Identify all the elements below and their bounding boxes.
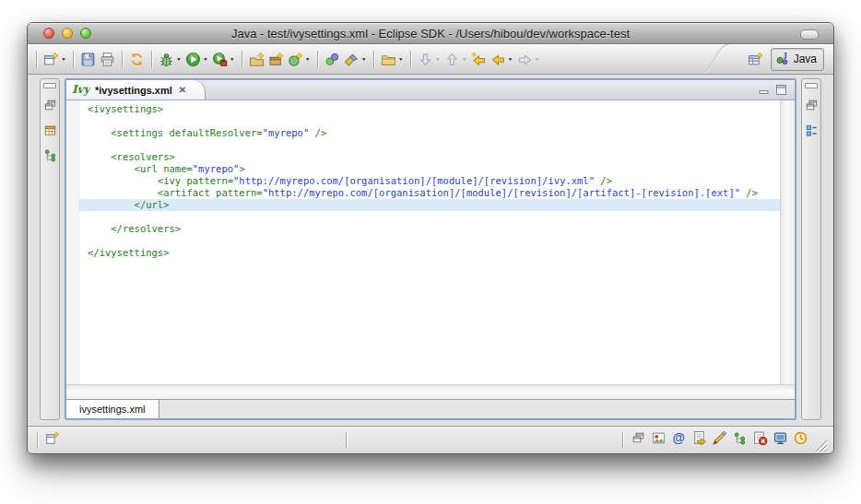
perspective-switcher: J Java (746, 48, 826, 71)
search-button[interactable]: ▼ (342, 48, 369, 70)
open-perspective-button[interactable] (746, 48, 765, 70)
type-hierarchy-button[interactable] (41, 148, 58, 165)
statusbar-separator (37, 432, 38, 449)
right-trim-handle[interactable] (805, 83, 818, 88)
package-explorer-icon (43, 123, 57, 141)
code-editor[interactable]: <ivysettings> <settings defaultResolver=… (79, 100, 780, 384)
new-class-icon (288, 52, 303, 67)
next-annotation-icon (418, 52, 433, 67)
show-view-as-fast-view-button[interactable] (43, 431, 61, 449)
previous-annotation-button[interactable]: ▼ (442, 48, 469, 70)
previous-annotation-menu-caret[interactable]: ▼ (462, 57, 467, 62)
open-resource-button[interactable]: ▼ (379, 48, 406, 70)
editor-page-tabs: ivysettings.xml (66, 399, 795, 418)
back-menu-caret[interactable]: ▼ (508, 57, 513, 62)
new-class-menu-caret[interactable]: ▼ (305, 57, 311, 62)
code-line[interactable] (88, 139, 780, 151)
debug-button[interactable]: ▼ (157, 48, 183, 70)
horizontal-scrollbar[interactable] (66, 384, 795, 399)
code-line[interactable]: <artifact pattern="http://myrepo.com/[or… (88, 187, 780, 199)
fast-view-bar: @ (627, 431, 812, 449)
restore-views-button-right[interactable] (803, 99, 820, 115)
refresh-button[interactable] (127, 48, 147, 70)
code-line[interactable]: </ivysettings> (88, 247, 780, 259)
statusbar-separator (622, 432, 623, 449)
code-line[interactable]: <ivysettings> (88, 103, 780, 115)
package-explorer-button[interactable] (41, 123, 58, 140)
outline-view-button[interactable] (803, 123, 820, 140)
forward-menu-caret[interactable]: ▼ (535, 57, 540, 62)
code-line[interactable]: </url> (79, 199, 780, 211)
page-tab-ivysettings[interactable]: ivysettings.xml (66, 400, 159, 418)
back-arrow-icon (490, 52, 506, 67)
code-line[interactable]: </resolvers> (88, 223, 780, 235)
new-package-button[interactable] (266, 48, 286, 70)
ivy-console-button[interactable] (711, 431, 728, 449)
debug-icon (159, 52, 174, 67)
code-line[interactable]: <ivy pattern="http://myrepo.com/[organis… (88, 175, 780, 187)
new-java-project-button[interactable] (247, 48, 266, 70)
toolbar-separator (151, 51, 152, 68)
external-tools-button[interactable]: ▼ (210, 48, 237, 70)
editor-tab-ivysettings[interactable]: Ivy *ivysettings.xml ✕ (66, 80, 206, 100)
code-line[interactable] (88, 115, 780, 127)
run-menu-caret[interactable]: ▼ (203, 57, 208, 62)
debug-menu-caret[interactable]: ▼ (176, 57, 182, 62)
new-java-project-icon (249, 52, 265, 67)
close-button[interactable] (43, 28, 54, 39)
declaration-view-button[interactable] (690, 431, 708, 449)
tab-close-icon[interactable]: ✕ (177, 85, 188, 96)
minimize-button[interactable] (62, 28, 73, 39)
window-title: Java - test/ivysettings.xml - Eclipse SD… (231, 27, 630, 41)
forward-arrow-icon (517, 52, 533, 67)
zoom-button[interactable] (80, 28, 91, 39)
annotation-ruler[interactable] (66, 100, 79, 384)
toolbar-separator (122, 51, 123, 68)
open-type-button[interactable] (323, 48, 342, 70)
save-button[interactable] (78, 48, 98, 70)
hierarchy-view-button[interactable] (731, 431, 749, 449)
restore-panes-icon (631, 431, 645, 449)
external-tools-menu-caret[interactable]: ▼ (230, 57, 235, 62)
next-annotation-button[interactable]: ▼ (416, 48, 442, 70)
print-button[interactable] (98, 48, 117, 70)
open-type-icon (324, 52, 340, 67)
maximize-editor-icon[interactable] (776, 82, 787, 99)
forward-button[interactable]: ▼ (515, 48, 542, 70)
toolbar-toggle-lozenge[interactable] (800, 29, 819, 40)
perspective-button-java[interactable]: J Java (771, 48, 824, 71)
restore-views-button-status[interactable] (630, 431, 647, 449)
back-button[interactable]: ▼ (489, 48, 515, 70)
code-line[interactable]: <url name="myrepo"> (88, 163, 780, 175)
pen-icon (712, 430, 727, 450)
toolbar-separator (410, 51, 411, 68)
code-line[interactable]: <resolvers> (88, 151, 780, 163)
minimize-editor-icon[interactable] (759, 82, 770, 99)
code-line[interactable] (88, 211, 780, 223)
desktop: { "titlebar": { "title": "Java - test/iv… (0, 0, 861, 504)
run-button[interactable]: ▼ (183, 48, 210, 70)
declaration-icon (691, 430, 707, 450)
console-view-button[interactable] (772, 431, 789, 449)
vertical-scrollbar[interactable] (780, 100, 795, 384)
title-bar[interactable]: Java - test/ivysettings.xml - Eclipse SD… (28, 23, 833, 44)
open-resource-menu-caret[interactable]: ▼ (398, 57, 404, 62)
search-menu-caret[interactable]: ▼ (361, 57, 367, 62)
fast-view-area (41, 431, 75, 449)
new-wizard-button[interactable]: ▼ (41, 48, 68, 70)
javadoc-view-button[interactable]: @ (670, 431, 688, 449)
resize-grip[interactable] (814, 439, 828, 452)
next-annotation-menu-caret[interactable]: ▼ (435, 57, 441, 62)
new-wizard-menu-caret[interactable]: ▼ (61, 57, 66, 62)
restore-views-button[interactable] (41, 99, 58, 115)
editor-tab-label: *ivysettings.xml (95, 85, 172, 96)
left-trim-handle[interactable] (43, 83, 56, 88)
last-edit-location-button[interactable] (469, 48, 489, 70)
progress-view-button[interactable] (792, 431, 809, 449)
code-line[interactable] (88, 235, 780, 247)
code-line[interactable]: <settings defaultResolver="myrepo" /> (88, 127, 780, 139)
external-tools-icon (212, 52, 228, 67)
new-class-button[interactable]: ▼ (286, 48, 313, 70)
error-log-view-button[interactable] (751, 431, 769, 449)
gallery-view-button[interactable] (650, 431, 667, 449)
